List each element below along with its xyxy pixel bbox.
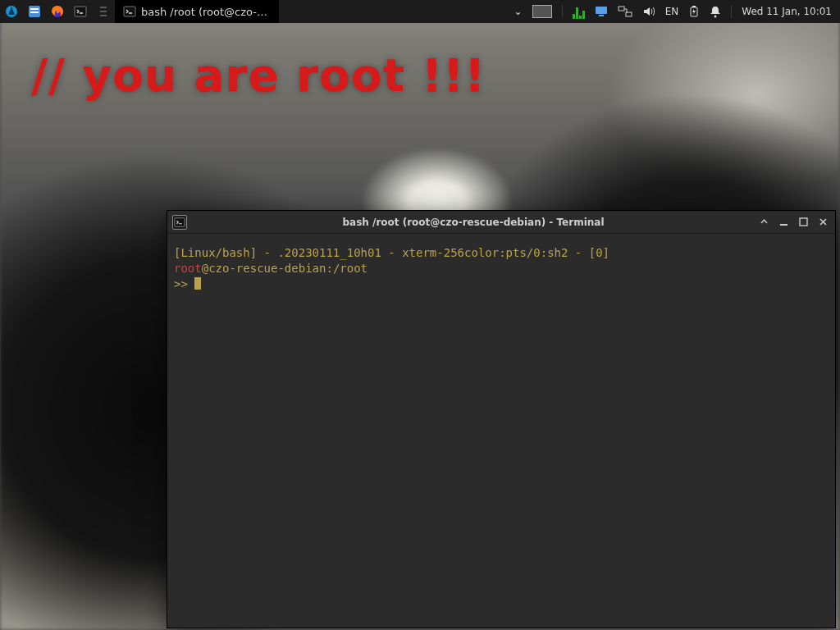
terminal-viewport[interactable]: [Linux/bash] - .20230111_10h01 - xterm-2…	[167, 234, 835, 628]
svg-rect-14	[175, 217, 185, 226]
svg-rect-2	[30, 8, 39, 10]
menu-separator-icon	[92, 0, 115, 23]
term-info-line: [Linux/bash] - .20230111_10h01 - xterm-2…	[174, 246, 609, 259]
terminal-cursor	[194, 277, 201, 290]
workspace-switcher[interactable]	[532, 5, 552, 18]
terminal-launcher[interactable]	[69, 0, 92, 23]
prompt-user: root	[174, 262, 202, 275]
svg-rect-9	[619, 7, 624, 11]
window-title: bash /root (root@czo-rescue-debian) - Te…	[187, 217, 760, 228]
prompt-at: @	[202, 262, 208, 275]
terminal-window[interactable]: bash /root (root@czo-rescue-debian) - Te…	[167, 210, 836, 628]
svg-rect-5	[75, 7, 86, 16]
window-minimize-button[interactable]	[779, 217, 791, 226]
window-titlebar[interactable]: bash /root (root@czo-rescue-debian) - Te…	[167, 211, 835, 234]
network-icon[interactable]	[618, 6, 632, 17]
window-maximize-button[interactable]	[799, 217, 810, 226]
root-warning-text: // you are root !!!	[31, 49, 486, 102]
window-shade-button[interactable]	[760, 217, 771, 226]
terminal-icon	[123, 5, 136, 18]
svg-rect-12	[692, 6, 696, 7]
svg-rect-16	[800, 218, 807, 226]
clock[interactable]: Wed 11 Jan, 10:01	[742, 6, 832, 17]
window-list-dropdown[interactable]: ⌄	[514, 6, 523, 17]
taskbar-item-label: bash /root (root@czo-re...	[141, 6, 271, 18]
svg-rect-3	[30, 11, 39, 13]
prompt-host: czo-rescue-debian	[208, 262, 326, 275]
top-panel: bash /root (root@czo-re... ⌄ EN Wed 11 J…	[0, 0, 840, 23]
display-settings-icon[interactable]	[595, 6, 608, 17]
taskbar-item-terminal[interactable]: bash /root (root@czo-re...	[115, 0, 279, 23]
svg-rect-6	[124, 7, 135, 16]
tray-separator-2	[731, 5, 732, 18]
notifications-icon[interactable]	[710, 5, 721, 18]
svg-rect-15	[780, 224, 788, 226]
tray-separator	[562, 5, 563, 18]
power-icon[interactable]	[688, 5, 700, 18]
file-manager-launcher[interactable]	[23, 0, 46, 23]
prompt-ps2: >>	[174, 277, 194, 290]
prompt-path: /root	[333, 262, 368, 275]
volume-icon[interactable]	[642, 6, 655, 17]
system-load-monitor[interactable]	[573, 4, 585, 19]
keyboard-layout-indicator[interactable]: EN	[665, 6, 679, 17]
firefox-launcher[interactable]	[46, 0, 69, 23]
svg-point-13	[714, 16, 717, 18]
app-menu-button[interactable]	[0, 0, 23, 23]
svg-rect-8	[599, 15, 604, 16]
prompt-colon: :	[326, 262, 332, 275]
window-close-button[interactable]	[819, 217, 830, 226]
terminal-app-icon	[172, 215, 187, 230]
svg-rect-7	[596, 7, 607, 14]
